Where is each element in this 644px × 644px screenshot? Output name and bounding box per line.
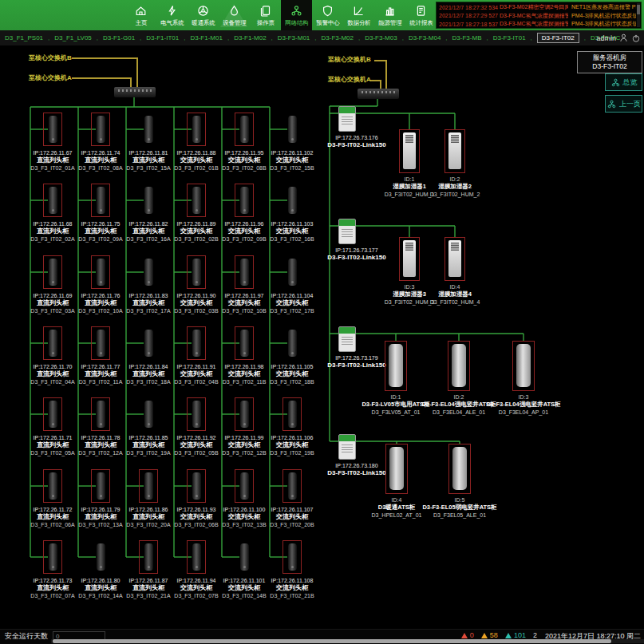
cabinet-node-D3_F3_IT02_16B[interactable]: IP:172.26.11.103 交流列头柜 D3_F3_IT02_16B: [266, 184, 318, 243]
cabinet-node-D3_F3_IT02_05B[interactable]: IP:172.26.11.92 交流列头柜 D3_F3_IT02_05B: [170, 397, 223, 457]
menu-item-label: 预警中心: [316, 18, 339, 26]
tab-D3_F1_LV05[interactable]: D3_F1_LV05: [54, 34, 92, 41]
scrollbar-thumb[interactable]: [53, 639, 611, 643]
cabinet-icon: [97, 472, 105, 500]
cabinet-node-D3_F3_IT02_20B[interactable]: IP:172.26.11.107 交流列头柜 D3_F3_IT02_20B: [266, 469, 318, 529]
cabinet-node-D3_F3_IT02_13A[interactable]: IP:172.26.11.79 直流列头柜 D3_F3_IT02_13A: [74, 469, 127, 529]
cabinet-node-D3_F3_IT02_21B[interactable]: IP:172.26.11.108 交流列头柜 D3_F3_IT02_21B: [266, 540, 318, 600]
menu-item-8[interactable]: 数据分析: [343, 0, 374, 30]
cabinet-node-D3_F3_IT02_09B[interactable]: IP:172.26.11.96 交流列头柜 D3_F3_IT02_09B: [218, 184, 271, 243]
humidifier-node-D3_F3IT02_HUM_2[interactable]: ID:2 湿膜加湿器2 D3_F3IT02_HUM_2: [403, 129, 507, 200]
menu-item-7[interactable]: 预警中心: [312, 0, 343, 30]
alarm-message: D3-F3-MC氢气浓度探测报警: [500, 12, 568, 20]
cabinet-node-D3_F3_IT02_19A[interactable]: IP:172.26.11.85 直流列头柜 D3_F3_IT02_19A: [122, 397, 175, 457]
cabinet-node-D3_F3_IT02_19B[interactable]: IP:172.26.11.106 交流列头柜 D3_F3_IT02_19B: [266, 397, 318, 457]
cabinet-label: IP:172.26.11.92 交流列头柜 D3_F3_IT02_05B: [171, 434, 222, 456]
cabinet-label: IP:172.26.11.100 交流列头柜 D3_F3_IT02_13B: [219, 506, 270, 528]
cabinet-node-D3_F3_IT02_14B[interactable]: IP:172.26.11.101 交流列头柜 D3_F3_IT02_14B: [218, 540, 271, 600]
cabinet-node-D3_F3_IT02_18B[interactable]: IP:172.26.11.105 交流列头柜 D3_F3_IT02_18B: [266, 326, 318, 386]
cabinet-icon: [192, 401, 201, 428]
cabinet-node-D3_F3_IT02_10B[interactable]: IP:172.26.11.97 交流列头柜 D3_F3_IT02_10B: [218, 255, 271, 315]
cabinet-node-D3_F3_IT02_20A[interactable]: IP:172.26.11.86 直流列头柜 D3_F3_IT02_20A: [122, 469, 175, 529]
location-tab-bar: D3_F1_PS01,D3_F1_LV05,D3-F1-G01,D3-F1-IT…: [0, 30, 644, 45]
menu-item-4[interactable]: 设备管理: [219, 0, 250, 30]
menu-item-3[interactable]: 暖通系统: [188, 0, 219, 30]
cabinet-icon: [144, 187, 153, 214]
cabinet-node-D3_F3_IT02_06A[interactable]: IP:172.26.11.72 直流列头柜 D3_F3_IT02_06A: [26, 469, 79, 529]
cabinet-node-D3_F3_IT02_06B[interactable]: IP:172.26.11.93 交流列头柜 D3_F3_IT02_06B: [170, 469, 223, 529]
cabinet-node-D3_F3_IT02_04B[interactable]: IP:172.26.11.91 交流列头柜 D3_F3_IT02_04B: [170, 326, 223, 386]
tab-D3-F1-G01[interactable]: D3-F1-G01: [103, 34, 135, 41]
link150-gateway-icon[interactable]: [338, 106, 356, 132]
cabinet-node-D3_F3_IT02_03B[interactable]: IP:172.26.11.90 交流列头柜 D3_F3_IT02_03B: [170, 255, 223, 315]
power-icon[interactable]: [631, 34, 641, 43]
cabinet-node-D3_F3_IT02_04A[interactable]: IP:172.26.11.70 直流列头柜 D3_F3_IT02_04A: [26, 326, 79, 386]
cabinet-node-D3_F3_IT02_08B[interactable]: IP:172.26.11.95 交流列头柜 D3_F3_IT02_08B: [218, 113, 271, 172]
alarm-row-3[interactable]: 2021/12/7 18:27:18 537D3-F3-MC氢气浓度探测报警PM…: [439, 20, 636, 29]
tab-D3-F1-M01[interactable]: D3-F1-M01: [190, 34, 222, 41]
counter: 0: [461, 631, 474, 639]
device-ip: IP:172.26.11.69: [27, 292, 78, 299]
device-type: 交流列头柜: [171, 441, 222, 449]
menu-item-6[interactable]: 网络结构: [281, 0, 312, 30]
cabinet-node-D3_F3_IT02_02A[interactable]: IP:172.26.11.68 直流列头柜 D3_F3_IT02_02A: [26, 184, 79, 243]
menu-item-2[interactable]: 电气系统: [156, 0, 188, 30]
cabinet-node-D3_F3_IT02_18A[interactable]: IP:172.26.11.84 直流列头柜 D3_F3_IT02_18A: [122, 326, 175, 386]
tab-D3-F1-M02[interactable]: D3-F1-M02: [234, 34, 266, 41]
cabinet-node-D3_F3_IT02_16A[interactable]: IP:172.26.11.82 直流列头柜 D3_F3_IT02_16A: [122, 184, 175, 243]
prev-page-button[interactable]: 上一页: [605, 95, 642, 113]
cabinet-node-D3_F3_IT02_09A[interactable]: IP:172.26.11.75 直流列头柜 D3_F3_IT02_09A: [74, 184, 127, 243]
tab-D3-F3-IT01[interactable]: D3-F3-IT01: [493, 34, 526, 41]
cabinet-node-D3_F3_IT02_17A[interactable]: IP:172.26.11.83 直流列头柜 D3_F3_IT02_17A: [122, 255, 175, 315]
cabinet-node-D3_F3_IT02_10A[interactable]: IP:172.26.11.76 直流列头柜 D3_F3_IT02_10A: [74, 255, 127, 315]
cabinet-node-D3_F3_IT02_13B[interactable]: IP:172.26.11.100 交流列头柜 D3_F3_IT02_13B: [218, 469, 271, 529]
tab-D3_F1_PS01[interactable]: D3_F1_PS01: [5, 34, 43, 41]
tab-D3-F3-M02[interactable]: D3-F3-M02: [322, 34, 354, 41]
cabinet-icon: [240, 472, 249, 500]
cabinet-node-D3_F3_IT02_14A[interactable]: IP:172.26.11.80 直流列头柜 D3_F3_IT02_14A: [74, 540, 127, 600]
device-icon: [227, 4, 241, 18]
overview-button[interactable]: 总览: [605, 73, 642, 91]
menu-item-9[interactable]: 能源管理: [374, 0, 405, 30]
alarm-message: D3-F3-M02精密空调2号回风温度过高报警: [500, 3, 568, 11]
alarm-row-1[interactable]: 2021/12/7 18:27:32 534D3-F3-M02精密空调2号回风温…: [439, 3, 636, 12]
user-icon[interactable]: [618, 33, 629, 43]
link150-gateway-icon[interactable]: [338, 219, 356, 244]
alarm-teal-icon: [505, 633, 512, 638]
cabinet-node-D3_F3_IT02_07B[interactable]: IP:172.26.11.94 交流列头柜 D3_F3_IT02_07B: [170, 540, 223, 600]
cabinet-node-D3_F3_IT02_08A[interactable]: IP:172.26.11.74 直流列头柜 D3_F3_IT02_08A: [74, 113, 127, 172]
cabinet-node-D3_F3_IT02_21A[interactable]: IP:172.26.11.87 直流列头柜 D3_F3_IT02_21A: [122, 540, 175, 600]
menu-item-5[interactable]: 操作票: [250, 0, 281, 30]
alarm-row-2[interactable]: 2021/12/7 18:27:29 527D3-F3-MC氢气浓度探测报警PM…: [439, 12, 636, 21]
tab-separator: ,: [445, 34, 447, 41]
cabinet-label: IP:172.26.11.107 交流列头柜 D3_F3_IT02_20B: [267, 506, 318, 528]
tab-D3-F3-M04[interactable]: D3-F3-M04: [409, 34, 441, 41]
ats-node-D3_F3EL04_AP_01[interactable]: ID:3 D3-F3-EL04强电竖井ATS柜 D3_F3EL04_AP_01: [472, 341, 575, 417]
alarm-scrollbar[interactable]: [637, 3, 640, 27]
access-switch-left-icon[interactable]: [114, 87, 156, 97]
tab-D3-F1-IT01[interactable]: D3-F1-IT01: [146, 34, 179, 41]
tab-D3-F3-MB[interactable]: D3-F3-MB: [452, 34, 482, 41]
cabinet-node-D3_F3_IT02_02B[interactable]: IP:172.26.11.89 交流列头柜 D3_F3_IT02_02B: [170, 184, 223, 243]
cabinet-node-D3_F3_IT02_15B[interactable]: IP:172.26.11.102 交流列头柜 D3_F3_IT02_15B: [266, 113, 318, 172]
ats-node-D3_F3EL05_ALE_01[interactable]: ID:5 D3-F3-EL05弱电竖井ATS柜 D3_F3EL05_ALE_01: [408, 444, 512, 520]
cabinet-node-D3_F3_IT02_03A[interactable]: IP:172.26.11.69 直流列头柜 D3_F3_IT02_03A: [26, 255, 79, 315]
cabinet-node-D3_F3_IT02_12A[interactable]: IP:172.26.11.78 直流列头柜 D3_F3_IT02_12A: [74, 397, 127, 457]
tab-D3-F3-IT02[interactable]: D3-F3-IT02: [537, 33, 579, 43]
cabinet-node-D3_F3_IT02_17B[interactable]: IP:172.26.11.104 交流列头柜 D3_F3_IT02_17B: [266, 255, 318, 315]
cabinet-node-D3_F3_IT02_01A[interactable]: IP:172.26.11.67 直流列头柜 D3_F3_IT02_01A: [26, 113, 79, 172]
cabinet-node-D3_F3_IT02_07A[interactable]: IP:172.26.11.73 直流列头柜 D3_F3_IT02_07A: [26, 540, 79, 600]
humidifier-node-D3_F3IT02_HUM_4[interactable]: ID:4 湿膜加湿器4 D3_F3IT02_HUM_4: [403, 237, 507, 307]
cabinet-node-D3_F3_IT02_01B[interactable]: IP:172.26.11.88 交流列头柜 D3_F3_IT02_01B: [170, 113, 223, 172]
cabinet-node-D3_F3_IT02_11A[interactable]: IP:172.26.11.77 直流列头柜 D3_F3_IT02_11A: [74, 326, 127, 386]
access-switch-right-icon[interactable]: [358, 89, 399, 99]
cabinet-node-D3_F3_IT02_15A[interactable]: IP:172.26.11.81 直流列头柜 D3_F3_IT02_15A: [122, 113, 175, 172]
cabinet-node-D3_F3_IT02_12B[interactable]: IP:172.26.11.99 交流列头柜 D3_F3_IT02_12B: [218, 397, 271, 457]
menu-item-1[interactable]: 主页: [125, 0, 156, 30]
cabinet-node-D3_F3_IT02_11B[interactable]: IP:172.26.11.98 交流列头柜 D3_F3_IT02_11B: [218, 326, 271, 386]
cabinet-node-D3_F3_IT02_05A[interactable]: IP:172.26.11.71 直流列头柜 D3_F3_IT02_05A: [26, 397, 79, 457]
tab-D3-F3-M03[interactable]: D3-F3-M03: [365, 34, 397, 41]
menu-item-10[interactable]: 统计报表: [405, 0, 437, 30]
horizontal-scrollbar[interactable]: [51, 639, 644, 643]
tab-D3-F3-M01[interactable]: D3-F3-M01: [278, 34, 310, 41]
